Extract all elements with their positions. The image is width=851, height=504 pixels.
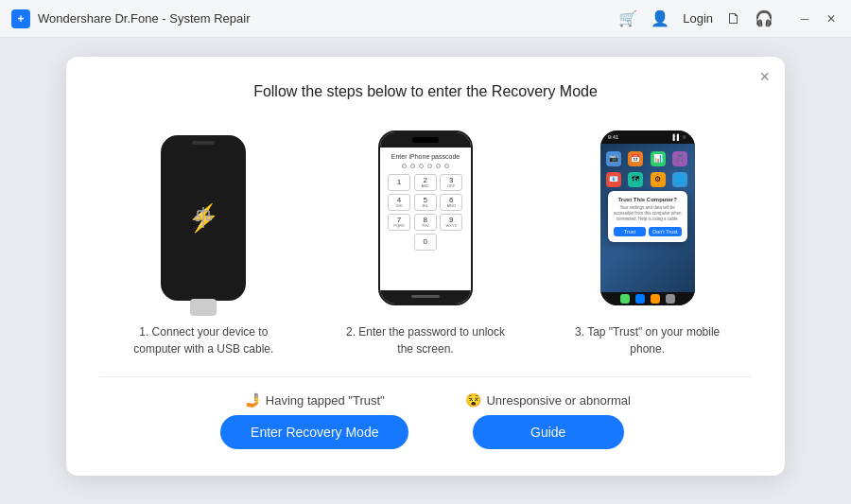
passcode-dots — [402, 164, 449, 168]
phone-trust-bottom — [600, 292, 695, 305]
abnormal-action-group: 😵 Unresponsive or abnormal Guide — [465, 392, 630, 449]
phone-notch — [412, 137, 439, 143]
dialog-close-button[interactable]: × — [759, 68, 770, 85]
login-button[interactable]: Login — [683, 11, 713, 26]
status-icons: ▐▐ ◾ — [671, 133, 687, 140]
phone-trust-screen: 9:41 ▐▐ ◾ 📷 📅 📊 🎵 📧 🗺 ⚙ — [600, 130, 695, 305]
guide-button[interactable]: Guide — [473, 415, 624, 449]
file-icon[interactable]: 🗋 — [726, 10, 741, 27]
app-grid: 📷 📅 📊 🎵 📧 🗺 ⚙ 🌐 — [600, 144, 695, 191]
app-icon: + — [11, 9, 30, 28]
status-time: 9:41 — [608, 134, 619, 140]
phone-top-bar — [380, 132, 471, 148]
abnormal-emoji: 😵 — [465, 392, 481, 408]
passcode-title: Enter iPhone passcode — [391, 153, 460, 160]
step-1-image: ⚡ — [161, 123, 246, 312]
close-button[interactable]: ✕ — [823, 10, 840, 27]
passcode-screen: Enter iPhone passcode 1 — [380, 148, 471, 290]
dot-1 — [402, 164, 407, 168]
step-1: ⚡ — [100, 123, 307, 357]
titlebar: + Wondershare Dr.Fone - System Repair 🛒 … — [0, 0, 851, 38]
step-2-desc: 2. Enter the password to unlock the scre… — [340, 323, 511, 357]
trust-popup: Trust This Computer? Your settings and d… — [608, 191, 687, 243]
cable-connector — [190, 299, 217, 316]
trust-emoji: 🤳 — [245, 392, 261, 408]
passcode-btn-7[interactable]: 7PQRS — [388, 214, 410, 231]
step-3-desc: 3. Tap "Trust" on your mobile phone. — [563, 323, 733, 357]
step-2: Enter iPhone passcode 1 — [322, 123, 530, 357]
svg-rect-5 — [207, 217, 212, 220]
divider — [100, 376, 751, 377]
dont-trust-button[interactable]: Don't Trust — [649, 227, 682, 236]
app-4: 🎵 — [672, 151, 687, 166]
svg-point-4 — [196, 217, 200, 221]
step-2-image: Enter iPhone passcode 1 — [378, 123, 473, 312]
passcode-btn-8[interactable]: 8TUV — [414, 214, 437, 231]
trust-action-label: 🤳 Having tapped "Trust" — [245, 392, 385, 408]
action-row: 🤳 Having tapped "Trust" Enter Recovery M… — [100, 392, 751, 449]
passcode-btn-9[interactable]: 9WXYZ — [440, 214, 462, 231]
app-8: 🌐 — [672, 172, 687, 187]
step-3: 9:41 ▐▐ ◾ 📷 📅 📊 🎵 📧 🗺 ⚙ — [544, 123, 751, 357]
user-icon[interactable]: 👤 — [651, 9, 669, 27]
abnormal-action-label: 😵 Unresponsive or abnormal — [465, 392, 630, 408]
status-bar: 9:41 ▐▐ ◾ — [600, 130, 695, 144]
dock-music-icon — [666, 294, 675, 304]
steps-row: ⚡ — [100, 123, 751, 357]
trust-popup-body: Your settings and data will be accessibl… — [614, 205, 682, 223]
dock-safari-icon — [635, 294, 645, 304]
app-3: 📊 — [651, 151, 666, 166]
usb-symbol-icon — [189, 203, 217, 232]
dot-6 — [444, 164, 449, 168]
dialog: × Follow the steps below to enter the Re… — [66, 57, 785, 476]
app-5: 📧 — [606, 172, 621, 187]
back-btn-area: ← — [0, 495, 851, 504]
dock-phone-icon — [620, 294, 630, 304]
enter-recovery-mode-button[interactable]: Enter Recovery Mode — [220, 415, 408, 449]
dock-icons — [620, 294, 675, 304]
step-3-image: 9:41 ▐▐ ◾ 📷 📅 📊 🎵 📧 🗺 ⚙ — [600, 123, 695, 312]
passcode-grid: 1 2ABC 3DEF 4GHI 5JKL 6MNO 7PQRS 8TUV 9W… — [388, 174, 463, 251]
home-bar — [411, 295, 440, 298]
window-controls: ─ ✕ — [796, 10, 840, 27]
home-screen: 📷 📅 📊 🎵 📧 🗺 ⚙ 🌐 Trus — [600, 144, 695, 292]
cart-icon[interactable]: 🛒 — [618, 9, 637, 27]
passcode-btn-5[interactable]: 5JKL — [414, 194, 437, 211]
main-area: × Follow the steps below to enter the Re… — [0, 38, 851, 495]
dot-3 — [419, 164, 424, 168]
trust-button[interactable]: Trust — [614, 227, 647, 236]
passcode-btn-6[interactable]: 6MNO — [440, 194, 462, 211]
trust-popup-buttons: Trust Don't Trust — [614, 227, 682, 236]
step-1-desc: 1. Connect your device to computer with … — [118, 323, 288, 357]
support-icon[interactable]: 🎧 — [755, 9, 773, 27]
dialog-title: Follow the steps below to enter the Reco… — [100, 83, 751, 100]
phone-usb: ⚡ — [161, 135, 246, 301]
dot-4 — [427, 164, 432, 168]
titlebar-right: 🛒 👤 Login 🗋 🎧 ─ ✕ — [618, 9, 840, 27]
trust-popup-title: Trust This Computer? — [614, 197, 682, 202]
app-6: 🗺 — [628, 172, 643, 187]
app-7: ⚙ — [651, 172, 666, 187]
titlebar-left: + Wondershare Dr.Fone - System Repair — [11, 9, 618, 28]
phone-bottom-bar — [380, 290, 471, 304]
phone-passcode: Enter iPhone passcode 1 — [378, 130, 473, 305]
app-title: Wondershare Dr.Fone - System Repair — [38, 11, 250, 26]
app-1: 📷 — [606, 151, 621, 166]
trust-action-group: 🤳 Having tapped "Trust" Enter Recovery M… — [220, 392, 408, 449]
passcode-btn-2[interactable]: 2ABC — [414, 174, 437, 191]
passcode-btn-4[interactable]: 4GHI — [388, 194, 410, 211]
dot-2 — [410, 164, 415, 168]
minimize-button[interactable]: ─ — [796, 10, 813, 27]
dot-5 — [436, 164, 441, 168]
passcode-btn-0[interactable]: 0 — [414, 234, 437, 251]
dock-mail-icon — [651, 294, 660, 304]
app-2: 📅 — [628, 151, 643, 166]
passcode-btn-1[interactable]: 1 — [388, 174, 410, 191]
passcode-btn-3[interactable]: 3DEF — [440, 174, 462, 191]
